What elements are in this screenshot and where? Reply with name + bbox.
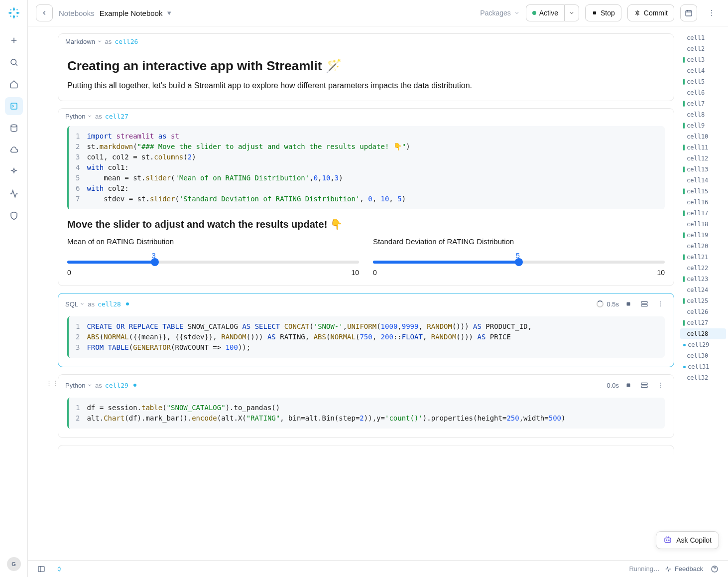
help-button[interactable] bbox=[708, 563, 721, 576]
nav-data-button[interactable] bbox=[5, 119, 23, 137]
outline-item[interactable]: cell15 bbox=[680, 186, 726, 197]
code-editor[interactable]: 1234567 import streamlit as st st.markdo… bbox=[67, 126, 665, 209]
cell-more-button[interactable] bbox=[654, 297, 667, 310]
outline-item[interactable]: cell30 bbox=[680, 350, 726, 361]
ask-copilot-button[interactable]: Ask Copilot bbox=[656, 531, 719, 549]
running-status: Running… bbox=[629, 565, 659, 573]
outline-item[interactable]: cell32 bbox=[680, 372, 726, 383]
outline-item[interactable]: cell20 bbox=[680, 241, 726, 252]
outline-item[interactable]: cell11 bbox=[680, 142, 726, 153]
cell-id[interactable]: cell26 bbox=[115, 38, 138, 45]
cell-lang-select[interactable]: Markdown bbox=[65, 38, 102, 45]
outline-item[interactable]: cell26 bbox=[680, 306, 726, 317]
outline-item[interactable]: cell16 bbox=[680, 197, 726, 208]
outline-mark-icon bbox=[683, 320, 685, 326]
commit-button[interactable]: Commit bbox=[627, 4, 674, 21]
nav-ai-button[interactable] bbox=[5, 163, 23, 181]
outline-mark-icon bbox=[683, 57, 685, 63]
cell-modified-dot-icon bbox=[126, 302, 129, 305]
outline-item[interactable]: cell22 bbox=[680, 263, 726, 274]
svg-point-24 bbox=[666, 540, 667, 541]
outline-item[interactable]: cell29 bbox=[680, 339, 726, 350]
outline-item[interactable]: cell31 bbox=[680, 361, 726, 372]
outline-item[interactable]: cell4 bbox=[680, 65, 726, 76]
nav-search-button[interactable] bbox=[5, 53, 23, 71]
code-editor[interactable]: 12 df = session.table("SNOW_CATALOG").to… bbox=[67, 398, 665, 429]
slider-stdev[interactable] bbox=[373, 261, 665, 264]
cell-id[interactable]: cell28 bbox=[98, 300, 121, 308]
svg-point-12 bbox=[660, 301, 661, 302]
outline-mark-icon bbox=[683, 101, 685, 107]
cell-more-button[interactable] bbox=[654, 379, 667, 392]
svg-point-0 bbox=[11, 59, 16, 65]
outline-item[interactable]: cell3 bbox=[680, 54, 726, 65]
back-button[interactable] bbox=[36, 4, 53, 21]
outline-item[interactable]: cell24 bbox=[680, 285, 726, 295]
code-editor[interactable]: 123 CREATE OR REPLACE TABLE SNOW_CATALOG… bbox=[67, 316, 665, 358]
panel-toggle-button[interactable] bbox=[35, 563, 48, 576]
cell-output-toggle[interactable] bbox=[638, 379, 651, 392]
cell-output-toggle[interactable] bbox=[638, 297, 651, 310]
cell-sql[interactable]: SQL as cell28 0.5s 123 bbox=[58, 293, 674, 367]
feedback-button[interactable]: Feedback bbox=[665, 565, 703, 573]
cell-lang-select[interactable]: Python bbox=[65, 113, 92, 120]
slider-label: Standard Deviation of RATING Distributio… bbox=[373, 237, 665, 246]
svg-rect-16 bbox=[641, 383, 647, 384]
cell-id[interactable]: cell29 bbox=[105, 382, 128, 389]
status-dropdown[interactable] bbox=[564, 4, 579, 21]
cell-stop-button[interactable] bbox=[622, 379, 635, 392]
svg-point-25 bbox=[669, 540, 670, 541]
nav-notebooks-button[interactable] bbox=[5, 97, 23, 115]
outline-item[interactable]: cell23 bbox=[680, 274, 726, 285]
user-avatar[interactable]: G bbox=[7, 557, 21, 571]
slider-mean[interactable] bbox=[67, 261, 359, 264]
nav-add-button[interactable] bbox=[5, 31, 23, 49]
slider-thumb[interactable] bbox=[151, 258, 159, 266]
topbar: Notebooks Example Notebook ▾ Packages Ac… bbox=[28, 0, 728, 26]
cell-markdown[interactable]: Markdown as cell26 Creating an interacti… bbox=[58, 33, 674, 101]
streamlit-output: Move the slider to adjust and watch the … bbox=[67, 218, 665, 277]
outline-mark-icon bbox=[683, 366, 686, 368]
outline-item[interactable]: cell19 bbox=[680, 230, 726, 241]
cell-stop-button[interactable] bbox=[622, 297, 635, 310]
outline-item[interactable]: cell27 bbox=[680, 317, 726, 328]
cell-python[interactable]: Python as cell29 0.0s 12 bbox=[58, 374, 674, 438]
outline-item[interactable]: cell17 bbox=[680, 208, 726, 219]
breadcrumb-section[interactable]: Notebooks bbox=[59, 9, 95, 17]
nav-security-button[interactable] bbox=[5, 207, 23, 225]
breadcrumb-dropdown-icon[interactable]: ▾ bbox=[167, 8, 171, 17]
breadcrumb-title[interactable]: Example Notebook bbox=[100, 9, 163, 17]
outline-item[interactable]: cell21 bbox=[680, 252, 726, 263]
cell-lang-select[interactable]: Python bbox=[65, 382, 92, 389]
outline-item[interactable]: cell5 bbox=[680, 76, 726, 87]
outline-item[interactable]: cell12 bbox=[680, 153, 726, 164]
nav-activity-button[interactable] bbox=[5, 185, 23, 203]
collapse-button[interactable] bbox=[53, 563, 66, 576]
cell-next-peek[interactable] bbox=[58, 445, 674, 455]
status-active-pill[interactable]: Active bbox=[526, 4, 564, 21]
outline-item[interactable]: cell13 bbox=[680, 164, 726, 175]
stop-button[interactable]: Stop bbox=[585, 4, 621, 21]
slider-thumb[interactable] bbox=[515, 258, 523, 266]
outline-item[interactable]: cell8 bbox=[680, 109, 726, 120]
outline-item[interactable]: cell9 bbox=[680, 120, 726, 131]
cell-lang-select[interactable]: SQL bbox=[65, 300, 85, 308]
outline-item[interactable]: cell6 bbox=[680, 87, 726, 98]
schedule-button[interactable] bbox=[680, 4, 697, 21]
outline-item[interactable]: cell18 bbox=[680, 219, 726, 230]
outline-item[interactable]: cell10 bbox=[680, 131, 726, 142]
nav-home-button[interactable] bbox=[5, 75, 23, 93]
outline-item[interactable]: cell28 bbox=[680, 328, 726, 339]
nav-cloud-button[interactable] bbox=[5, 141, 23, 159]
slider-max: 10 bbox=[351, 269, 359, 277]
outline-item[interactable]: cell1 bbox=[680, 32, 726, 43]
packages-dropdown[interactable]: Packages bbox=[480, 9, 519, 17]
cell-python[interactable]: Python as cell27 1234567 import streamli… bbox=[58, 108, 674, 286]
drag-handle-icon[interactable]: ⋮⋮ bbox=[46, 379, 59, 387]
cell-id[interactable]: cell27 bbox=[105, 113, 128, 120]
outline-item[interactable]: cell7 bbox=[680, 98, 726, 109]
more-menu-button[interactable] bbox=[703, 4, 720, 21]
outline-item[interactable]: cell25 bbox=[680, 295, 726, 306]
outline-item[interactable]: cell14 bbox=[680, 175, 726, 186]
outline-item[interactable]: cell2 bbox=[680, 43, 726, 54]
